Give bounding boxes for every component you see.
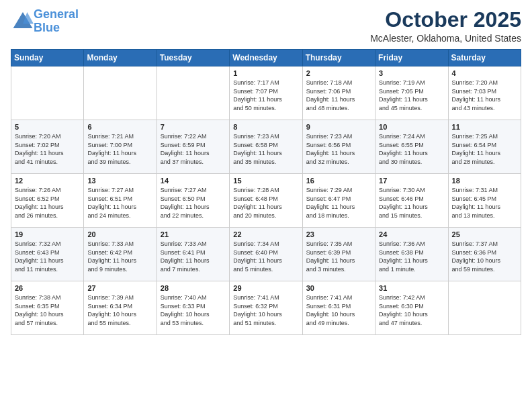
weekday-header-friday: Friday [375,50,448,66]
day-info: Sunrise: 7:35 AM Sunset: 6:39 PM Dayligh… [306,240,371,273]
day-info: Sunrise: 7:34 AM Sunset: 6:40 PM Dayligh… [233,240,298,273]
calendar-cell: 10Sunrise: 7:24 AM Sunset: 6:55 PM Dayli… [375,120,448,174]
day-number: 4 [452,69,517,77]
calendar-cell: 15Sunrise: 7:28 AM Sunset: 6:48 PM Dayli… [230,174,302,228]
day-number: 18 [452,177,517,185]
day-number: 7 [161,123,226,131]
calendar-cell: 22Sunrise: 7:34 AM Sunset: 6:40 PM Dayli… [230,228,302,281]
day-info: Sunrise: 7:23 AM Sunset: 6:56 PM Dayligh… [306,132,371,166]
calendar-week-5: 26Sunrise: 7:38 AM Sunset: 6:35 PM Dayli… [11,281,521,335]
day-info: Sunrise: 7:30 AM Sunset: 6:46 PM Dayligh… [379,186,444,220]
weekday-header-sunday: Sunday [11,50,84,66]
day-number: 27 [87,284,152,292]
day-number: 8 [233,123,298,131]
day-info: Sunrise: 7:33 AM Sunset: 6:42 PM Dayligh… [87,240,152,273]
calendar-cell: 8Sunrise: 7:23 AM Sunset: 6:58 PM Daylig… [230,120,302,174]
calendar-cell: 23Sunrise: 7:35 AM Sunset: 6:39 PM Dayli… [302,228,375,281]
day-number: 30 [306,284,371,292]
calendar-cell: 20Sunrise: 7:33 AM Sunset: 6:42 PM Dayli… [84,228,157,281]
day-number: 14 [161,177,226,185]
day-number: 20 [87,230,152,238]
day-info: Sunrise: 7:21 AM Sunset: 7:00 PM Dayligh… [87,132,152,166]
day-number: 21 [161,230,226,238]
day-number: 24 [379,230,444,238]
logo-line2: Blue [34,21,60,34]
page: General Blue October 2025 McAlester, Okl… [0,0,532,411]
calendar-week-1: 1Sunrise: 7:17 AM Sunset: 7:07 PM Daylig… [11,66,521,120]
day-info: Sunrise: 7:29 AM Sunset: 6:47 PM Dayligh… [306,186,371,220]
calendar-cell [11,66,84,120]
day-number: 5 [15,123,80,131]
calendar-cell: 4Sunrise: 7:20 AM Sunset: 7:03 PM Daylig… [448,66,521,120]
weekday-header-wednesday: Wednesday [230,50,302,66]
day-number: 17 [379,177,444,185]
day-info: Sunrise: 7:39 AM Sunset: 6:34 PM Dayligh… [87,293,152,327]
calendar-week-3: 12Sunrise: 7:26 AM Sunset: 6:52 PM Dayli… [11,174,521,228]
calendar-cell: 21Sunrise: 7:33 AM Sunset: 6:41 PM Dayli… [157,228,229,281]
day-info: Sunrise: 7:41 AM Sunset: 6:31 PM Dayligh… [306,293,371,327]
weekday-header-tuesday: Tuesday [157,50,229,66]
calendar-cell: 29Sunrise: 7:41 AM Sunset: 6:32 PM Dayli… [230,281,302,335]
day-number: 22 [233,230,298,238]
day-info: Sunrise: 7:19 AM Sunset: 7:05 PM Dayligh… [379,79,444,112]
day-number: 15 [233,177,298,185]
day-info: Sunrise: 7:42 AM Sunset: 6:30 PM Dayligh… [379,293,444,327]
logo-text: General Blue [34,8,79,35]
day-number: 16 [306,177,371,185]
day-number: 26 [15,284,80,292]
calendar-cell [157,66,229,120]
calendar-cell: 9Sunrise: 7:23 AM Sunset: 6:56 PM Daylig… [302,120,375,174]
day-info: Sunrise: 7:32 AM Sunset: 6:43 PM Dayligh… [15,240,80,273]
day-info: Sunrise: 7:20 AM Sunset: 7:03 PM Dayligh… [452,79,517,112]
day-info: Sunrise: 7:26 AM Sunset: 6:52 PM Dayligh… [15,186,80,220]
calendar-cell [84,66,157,120]
day-info: Sunrise: 7:27 AM Sunset: 6:50 PM Dayligh… [161,186,226,220]
calendar-cell: 19Sunrise: 7:32 AM Sunset: 6:43 PM Dayli… [11,228,84,281]
calendar-cell: 25Sunrise: 7:37 AM Sunset: 6:36 PM Dayli… [448,228,521,281]
day-number: 10 [379,123,444,131]
day-info: Sunrise: 7:25 AM Sunset: 6:54 PM Dayligh… [452,132,517,166]
calendar-table: SundayMondayTuesdayWednesdayThursdayFrid… [11,49,521,335]
calendar-cell: 1Sunrise: 7:17 AM Sunset: 7:07 PM Daylig… [230,66,302,120]
day-info: Sunrise: 7:31 AM Sunset: 6:45 PM Dayligh… [452,186,517,220]
day-info: Sunrise: 7:36 AM Sunset: 6:38 PM Dayligh… [379,240,444,273]
logo: General Blue [11,8,79,35]
calendar-cell: 14Sunrise: 7:27 AM Sunset: 6:50 PM Dayli… [157,174,229,228]
day-info: Sunrise: 7:28 AM Sunset: 6:48 PM Dayligh… [233,186,298,220]
day-info: Sunrise: 7:23 AM Sunset: 6:58 PM Dayligh… [233,132,298,166]
calendar-cell: 12Sunrise: 7:26 AM Sunset: 6:52 PM Dayli… [11,174,84,228]
calendar-cell: 11Sunrise: 7:25 AM Sunset: 6:54 PM Dayli… [448,120,521,174]
day-number: 6 [87,123,152,131]
day-number: 11 [452,123,517,131]
logo-line1: General [34,7,79,21]
weekday-header-row: SundayMondayTuesdayWednesdayThursdayFrid… [11,50,521,66]
month-title: October 2025 [370,8,521,32]
day-number: 29 [233,284,298,292]
day-number: 12 [15,177,80,185]
calendar-cell: 26Sunrise: 7:38 AM Sunset: 6:35 PM Dayli… [11,281,84,335]
weekday-header-saturday: Saturday [448,50,521,66]
day-info: Sunrise: 7:37 AM Sunset: 6:36 PM Dayligh… [452,240,517,273]
day-number: 2 [306,69,371,77]
day-info: Sunrise: 7:24 AM Sunset: 6:55 PM Dayligh… [379,132,444,166]
calendar-cell: 7Sunrise: 7:22 AM Sunset: 6:59 PM Daylig… [157,120,229,174]
day-info: Sunrise: 7:33 AM Sunset: 6:41 PM Dayligh… [161,240,226,273]
calendar-cell: 5Sunrise: 7:20 AM Sunset: 7:02 PM Daylig… [11,120,84,174]
calendar-cell: 28Sunrise: 7:40 AM Sunset: 6:33 PM Dayli… [157,281,229,335]
calendar-cell: 17Sunrise: 7:30 AM Sunset: 6:46 PM Dayli… [375,174,448,228]
calendar-cell: 6Sunrise: 7:21 AM Sunset: 7:00 PM Daylig… [84,120,157,174]
day-number: 9 [306,123,371,131]
calendar-cell: 16Sunrise: 7:29 AM Sunset: 6:47 PM Dayli… [302,174,375,228]
location: McAlester, Oklahoma, United States [370,33,521,44]
calendar-cell [448,281,521,335]
day-info: Sunrise: 7:41 AM Sunset: 6:32 PM Dayligh… [233,293,298,327]
day-info: Sunrise: 7:22 AM Sunset: 6:59 PM Dayligh… [161,132,226,166]
day-number: 25 [452,230,517,238]
day-number: 1 [233,69,298,77]
day-number: 3 [379,69,444,77]
day-info: Sunrise: 7:38 AM Sunset: 6:35 PM Dayligh… [15,293,80,327]
day-info: Sunrise: 7:40 AM Sunset: 6:33 PM Dayligh… [161,293,226,327]
weekday-header-monday: Monday [84,50,157,66]
calendar-cell: 2Sunrise: 7:18 AM Sunset: 7:06 PM Daylig… [302,66,375,120]
calendar-week-4: 19Sunrise: 7:32 AM Sunset: 6:43 PM Dayli… [11,228,521,281]
